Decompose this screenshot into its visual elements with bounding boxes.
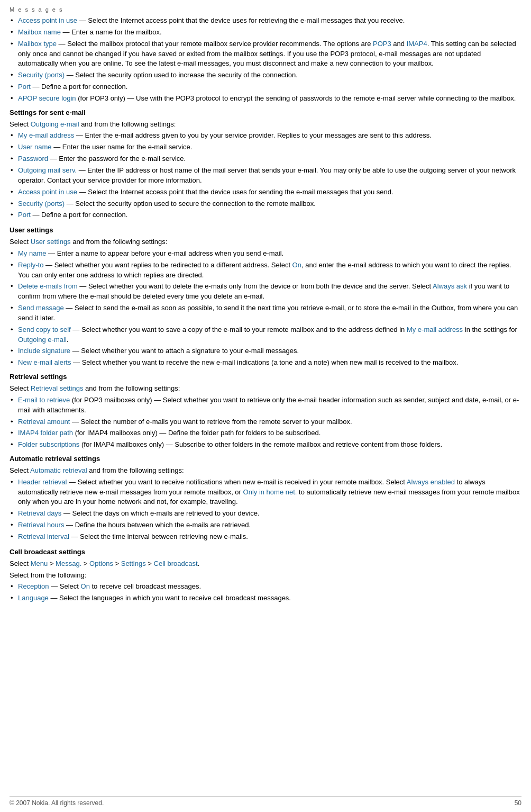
retrieval-bullet-list: E-mail to retrieve (for POP3 mailboxes o… xyxy=(10,395,521,450)
list-item: Send copy to self — Select whether you w… xyxy=(10,325,521,345)
list-item: Mailbox type — Select the mailbox protoc… xyxy=(10,39,521,69)
retrieval-hours-link[interactable]: Retrieval hours xyxy=(18,521,64,529)
cell-broadcast-select: Select from the following: xyxy=(10,571,521,581)
messag-link[interactable]: Messag. xyxy=(56,560,81,567)
list-item: Password — Enter the password for the e-… xyxy=(10,154,521,164)
retrieval-interval-link[interactable]: Retrieval interval xyxy=(18,533,69,540)
list-item: User name — Enter the user name for the … xyxy=(10,142,521,152)
list-item: Delete e-mails from — Select whether you… xyxy=(10,282,521,302)
security-ports-sent-link[interactable]: Security (ports) xyxy=(18,200,65,207)
list-item: Reply-to — Select whether you want repli… xyxy=(10,260,521,281)
delete-emails-link[interactable]: Delete e-mails from xyxy=(18,282,78,290)
retrieval-settings-link[interactable]: Retrieval settings xyxy=(31,384,84,392)
list-item: APOP secure login (for POP3 only) — Use … xyxy=(10,94,521,104)
password-link[interactable]: Password xyxy=(18,155,48,163)
only-in-home-net-link[interactable]: Only in home net. xyxy=(243,488,297,496)
page-header: M e s s a g e s xyxy=(10,4,521,13)
imap4-folder-path-link[interactable]: IMAP4 folder path xyxy=(18,429,73,437)
reply-to-link[interactable]: Reply-to xyxy=(18,261,43,269)
list-item: My e-mail address — Enter the e-mail add… xyxy=(10,131,521,141)
email-to-retrieve-link[interactable]: E-mail to retrieve xyxy=(18,396,70,404)
automatic-retrieval-link[interactable]: Automatic retrieval xyxy=(30,466,87,474)
mailbox-name-link[interactable]: Mailbox name xyxy=(18,28,61,36)
my-name-link[interactable]: My name xyxy=(18,249,46,257)
security-ports-link[interactable]: Security (ports) xyxy=(18,71,65,79)
user-settings-link[interactable]: User settings xyxy=(31,238,71,246)
access-point-in-use-link[interactable]: Access point in use xyxy=(18,16,77,24)
auto-retrieval-intro: Select Automatic retrieval and from the … xyxy=(10,466,521,476)
send-copy-to-self-link[interactable]: Send copy to self xyxy=(18,326,71,333)
list-item: Reception — Select On to receive cell br… xyxy=(10,582,521,592)
list-item: Include signature — Select whether you w… xyxy=(10,346,521,356)
user-settings-heading: User settings xyxy=(10,225,521,236)
user-name-link[interactable]: User name xyxy=(18,143,52,151)
retrieval-settings-heading: Retrieval settings xyxy=(10,372,521,382)
list-item: Security (ports) — Select the security o… xyxy=(10,70,521,80)
pop3-link[interactable]: POP3 xyxy=(373,40,391,48)
mailbox-type-link[interactable]: Mailbox type xyxy=(18,40,57,48)
header-retrieval-link[interactable]: Header retrieval xyxy=(18,478,67,486)
always-ask-link[interactable]: Always ask xyxy=(433,282,467,290)
port-link[interactable]: Port xyxy=(18,83,31,91)
port-sent-link[interactable]: Port xyxy=(18,211,31,219)
auto-bullet-list: Header retrieval — Select whether you wa… xyxy=(10,477,521,542)
list-item: Mailbox name — Enter a name for the mail… xyxy=(10,28,521,38)
sent-email-intro: Select Outgoing e-mail and from the foll… xyxy=(10,120,521,130)
language-link[interactable]: Language xyxy=(18,594,49,602)
list-item: New e-mail alerts — Select whether you w… xyxy=(10,358,521,368)
always-enabled-link[interactable]: Always enabled xyxy=(407,478,455,486)
user-bullet-list: My name — Enter a name to appear before … xyxy=(10,249,521,368)
retrieval-settings-intro: Select Retrieval settings and from the f… xyxy=(10,384,521,394)
send-message-link[interactable]: Send message xyxy=(18,304,64,312)
auto-retrieval-heading: Automatic retrieval settings xyxy=(10,454,521,464)
retrieval-amount-link[interactable]: Retrieval amount xyxy=(18,418,70,426)
list-item: Port — Define a port for connection. xyxy=(10,210,521,220)
list-item: Folder subscriptions (for IMAP4 mailboxe… xyxy=(10,440,521,450)
intro-bullet-list: Access point in use — Select the Interne… xyxy=(10,16,521,104)
list-item: E-mail to retrieve (for POP3 mailboxes o… xyxy=(10,395,521,416)
list-item: Header retrieval — Select whether you wa… xyxy=(10,477,521,508)
page: M e s s a g e s Access point in use — Se… xyxy=(0,0,531,812)
user-settings-intro: Select User settings and from the follow… xyxy=(10,237,521,247)
cell-broadcast-menu: Select Menu > Messag. > Options > Settin… xyxy=(10,559,521,569)
on-link-reply[interactable]: On xyxy=(292,261,301,269)
outgoing-mail-serv-link[interactable]: Outgoing mail serv. xyxy=(18,166,77,174)
reception-link[interactable]: Reception xyxy=(18,582,49,590)
menu-link[interactable]: Menu xyxy=(31,560,48,567)
list-item: Retrieval days — Select the days on whic… xyxy=(10,509,521,519)
page-number: 50 xyxy=(515,799,521,807)
outgoing-email-link[interactable]: Outgoing e-mail xyxy=(31,120,79,128)
list-item: My name — Enter a name to appear before … xyxy=(10,249,521,259)
list-item: Send message — Select to send the e-mail… xyxy=(10,303,521,323)
list-item: Outgoing mail serv. — Enter the IP addre… xyxy=(10,166,521,186)
main-content: Access point in use — Select the Interne… xyxy=(10,16,521,603)
imap4-link[interactable]: IMAP4 xyxy=(407,40,427,48)
retrieval-days-link[interactable]: Retrieval days xyxy=(18,509,61,517)
on-link-reception[interactable]: On xyxy=(81,582,90,590)
list-item: Retrieval hours — Define the hours betwe… xyxy=(10,520,521,530)
list-item: Language — Select the languages in which… xyxy=(10,593,521,603)
my-email-address-link[interactable]: My e-mail address xyxy=(18,131,74,139)
cell-bullet-list: Reception — Select On to receive cell br… xyxy=(10,582,521,603)
apop-login-link[interactable]: APOP secure login xyxy=(18,94,76,102)
include-signature-link[interactable]: Include signature xyxy=(18,347,70,355)
list-item: Retrieval interval — Select the time int… xyxy=(10,532,521,542)
sent-bullet-list: My e-mail address — Enter the e-mail add… xyxy=(10,131,521,220)
my-email-address-inline-link[interactable]: My e-mail address xyxy=(407,326,463,333)
cell-broadcast-link[interactable]: Cell broadcast xyxy=(154,560,198,567)
list-item: Port — Define a port for connection. xyxy=(10,82,521,92)
list-item: Retrieval amount — Select the number of … xyxy=(10,417,521,427)
settings-link[interactable]: Settings xyxy=(121,560,146,567)
list-item: Access point in use — Select the Interne… xyxy=(10,16,521,26)
cell-broadcast-heading: Cell broadcast settings xyxy=(10,547,521,557)
list-item: Security (ports) — Select the security o… xyxy=(10,199,521,209)
new-email-alerts-link[interactable]: New e-mail alerts xyxy=(18,358,71,366)
list-item: IMAP4 folder path (for IMAP4 mailboxes o… xyxy=(10,428,521,438)
folder-subscriptions-link[interactable]: Folder subscriptions xyxy=(18,440,79,448)
outgoing-email-inline-link[interactable]: Outgoing e-mail xyxy=(18,336,67,344)
options-link[interactable]: Options xyxy=(89,560,113,567)
page-footer: © 2007 Nokia. All rights reserved. 50 xyxy=(10,796,521,807)
sent-email-heading: Settings for sent e-mail xyxy=(10,108,521,118)
list-item: Access point in use — Select the Interne… xyxy=(10,187,521,197)
access-point-use-link[interactable]: Access point in use xyxy=(18,188,77,196)
